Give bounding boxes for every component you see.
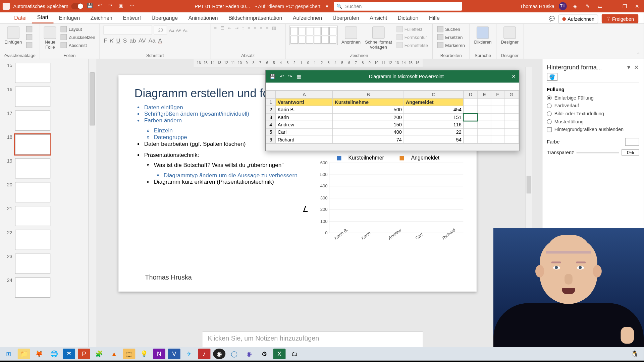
tab-draw[interactable]: Zeichnen [85, 13, 118, 23]
textdir-button[interactable]: ↕ [242, 25, 244, 30]
strike-button[interactable]: S [123, 37, 127, 44]
collapse-ribbon-icon[interactable]: ⌃ [633, 50, 644, 59]
pen-icon[interactable]: ✎ [584, 2, 592, 10]
select-button[interactable]: Markieren [436, 42, 466, 49]
format-painter-button[interactable] [25, 42, 34, 49]
align-right-button[interactable]: ≡ [260, 25, 263, 30]
close-icon[interactable]: ✕ [512, 73, 516, 79]
font-size-input[interactable]: 20 [154, 25, 167, 34]
app-icon[interactable]: ♪ [198, 349, 210, 359]
vlc-icon[interactable]: ▲ [108, 349, 120, 359]
tab-view[interactable]: Ansicht [365, 13, 393, 23]
app-icon[interactable]: ◉ [243, 349, 256, 359]
slide-thumbnail[interactable]: 20 [0, 180, 88, 204]
app-icon[interactable]: 🧩 [93, 349, 105, 359]
telegram-icon[interactable]: ✈ [183, 349, 196, 359]
designer-button[interactable]: Designer [500, 25, 520, 45]
tab-file[interactable]: Datei [9, 13, 32, 23]
thumbnail-pane[interactable]: 15161718192021222324 [0, 59, 89, 347]
shapes-gallery[interactable] [289, 25, 338, 45]
close-icon[interactable]: ✕ [634, 64, 639, 71]
layout-button[interactable]: Layout [60, 25, 83, 33]
autosave-toggle[interactable]: Automatisches Speichern [13, 3, 84, 9]
tab-insert[interactable]: Einfügen [54, 13, 85, 23]
slide-thumbnail[interactable]: 23 [0, 252, 88, 276]
fill-picture-option[interactable]: Bild- oder Texturfüllung [547, 110, 639, 118]
powerpoint-icon[interactable]: P [78, 349, 90, 359]
user-name[interactable]: Thomas Hruska [520, 4, 554, 9]
italic-button[interactable]: K [110, 37, 113, 44]
transparency-slider[interactable] [577, 152, 619, 153]
app-icon[interactable]: 💡 [138, 349, 150, 359]
maximize-icon[interactable]: ❐ [621, 2, 629, 10]
slide-thumbnail[interactable]: 24 [0, 276, 88, 299]
save-icon[interactable]: 💾 [87, 3, 94, 10]
avatar[interactable]: TH [559, 2, 567, 10]
color-picker[interactable] [625, 138, 639, 146]
outline-button[interactable]: Formkontur [395, 34, 428, 41]
settings-icon[interactable]: ⚙ [258, 349, 271, 359]
start-icon[interactable]: ⊞ [3, 349, 15, 359]
firefox-icon[interactable]: 🦊 [33, 349, 45, 359]
justify-button[interactable]: ≡ [266, 25, 269, 30]
outlook-icon[interactable]: ✉ [63, 349, 75, 359]
thumb-scrollbar[interactable] [89, 59, 97, 347]
quickformat-button[interactable]: Schnellformat vorlagen [364, 25, 393, 50]
minimize-icon[interactable]: — [608, 2, 616, 10]
notes-input[interactable]: Klicken Sie, um Notizen hinzuzufügen [203, 331, 423, 347]
new-slide-button[interactable]: Neue Folie [43, 25, 57, 50]
chevron-down-icon[interactable]: ▾ [627, 64, 630, 71]
indent-dec-button[interactable]: ⇤ [228, 25, 231, 30]
bullets-button[interactable]: ≡ [214, 25, 217, 30]
paint-bucket-icon[interactable]: 🪣 [547, 73, 557, 81]
app-icon[interactable]: ◯ [228, 349, 240, 359]
font-name-input[interactable] [104, 25, 152, 34]
case-button[interactable]: Aa [149, 37, 156, 44]
share-button[interactable]: ⇪Freigeben [602, 14, 638, 23]
slide-thumbnail[interactable]: 16 [0, 85, 88, 109]
underline-button[interactable]: U [116, 37, 120, 44]
hide-bg-checkbox[interactable]: Hintergrundgrafiken ausblenden [547, 125, 639, 133]
search-input[interactable]: 🔍 Suchen [334, 2, 462, 10]
tab-start[interactable]: Start [32, 12, 54, 23]
columns-button[interactable]: ▥ [272, 25, 276, 30]
indent-inc-button[interactable]: ⇥ [235, 25, 238, 30]
fill-gradient-option[interactable]: Farbverlauf [547, 102, 639, 110]
redo-icon[interactable]: ↷ [108, 3, 115, 10]
obs-icon[interactable]: ◉ [213, 349, 225, 359]
tab-design[interactable]: Entwurf [118, 13, 146, 23]
fontcolor-button[interactable]: A [158, 37, 162, 44]
tab-dictation[interactable]: Dictation [392, 13, 424, 23]
slide-thumbnail[interactable]: 19 [0, 157, 88, 180]
section-button[interactable]: Abschnitt [60, 42, 88, 49]
arrange-button[interactable]: Anordnen [340, 25, 361, 45]
slide-thumbnail[interactable]: 18 [0, 132, 88, 156]
tab-help[interactable]: Hilfe [424, 13, 445, 23]
fill-button[interactable]: Fülleffekt [395, 25, 423, 33]
record-button[interactable]: Aufzeichnen [558, 14, 598, 23]
undo-icon[interactable]: ↶ [280, 73, 284, 79]
slideshow-icon[interactable]: ▣ [119, 3, 126, 10]
grid-icon[interactable]: ▦ [297, 73, 301, 79]
slide-thumbnail[interactable]: 22 [0, 228, 88, 252]
window-icon[interactable]: ▭ [596, 2, 604, 10]
bold-button[interactable]: F [104, 37, 107, 44]
taskbar[interactable]: ⊞ 📁 🦊 🌐 ✉ P 🧩 ▲ ⬚ 💡 N V ✈ ♪ ◉ ◯ ◉ ⚙ X 🗂 … [0, 347, 644, 361]
tab-review[interactable]: Überprüfen [327, 13, 365, 23]
align-center-button[interactable]: ≡ [254, 25, 257, 30]
tab-slideshow[interactable]: Bildschirmpräsentation [223, 13, 287, 23]
replace-button[interactable]: Ersetzen [436, 34, 464, 41]
spacing-button[interactable]: AV [139, 37, 146, 44]
align-left-button[interactable]: ≡ [248, 25, 250, 30]
slide-thumbnail[interactable]: 21 [0, 204, 88, 228]
undo-icon[interactable]: ↶ [98, 3, 105, 10]
dictate-button[interactable]: Diktieren [473, 25, 492, 45]
app-icon[interactable]: 🗂 [288, 349, 301, 359]
copy-button[interactable] [25, 34, 34, 41]
datasheet-scrollbar[interactable] [266, 143, 519, 150]
excel-icon[interactable]: X [273, 349, 286, 359]
fill-pattern-option[interactable]: Musterfüllung [547, 118, 639, 126]
effects-button[interactable]: Formeffekte [395, 42, 429, 49]
app-icon[interactable]: ⬚ [123, 349, 135, 359]
diamond-icon[interactable]: ◈ [571, 2, 579, 10]
